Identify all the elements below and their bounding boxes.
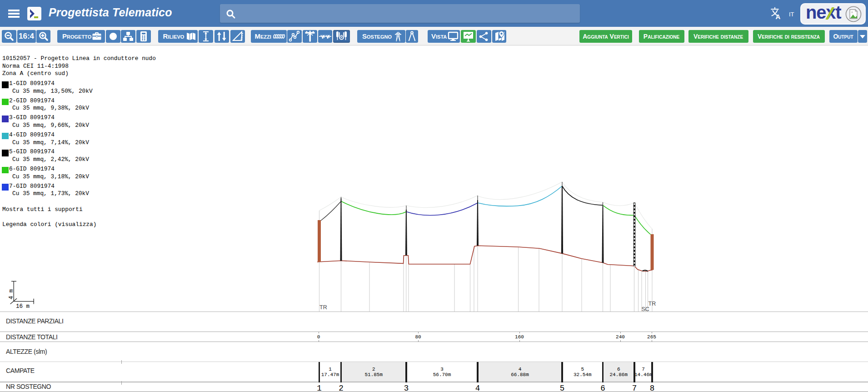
svg-text:4 m: 4 m — [8, 289, 15, 300]
svg-text:TR: TR — [319, 304, 327, 311]
svg-text:16 m: 16 m — [16, 303, 30, 310]
svg-text:SC: SC — [642, 306, 649, 312]
svg-text:TR: TR — [649, 301, 656, 307]
